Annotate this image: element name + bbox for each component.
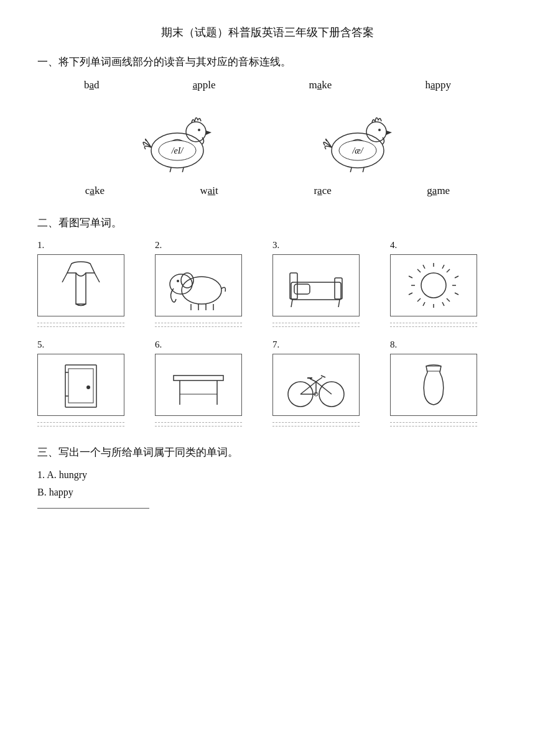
section1: 一、将下列单词画线部分的读音与其对应的音标连线。 bad apple make … [37,55,498,197]
image-box-1 [37,254,124,316]
item-num-6: 6. [155,339,263,350]
images-grid: 1. 2. [37,240,498,426]
word-apple: apple [193,79,216,91]
vase-svg [399,360,468,410]
dashed-line-5a [37,422,124,423]
word-bad: bad [84,79,100,91]
svg-line-16 [350,168,351,172]
image-item-2: 2. [155,240,263,327]
dashed-line-8b [390,426,477,426]
word-race: race [314,185,331,197]
item-num-7: 7. [272,339,380,350]
dashed-line-3a [272,323,360,323]
chicken-ae-svg: /æ/ [317,104,398,172]
image-item-5: 5. [37,339,145,426]
svg-point-40 [421,273,446,298]
image-box-5 [37,354,124,416]
svg-line-53 [409,293,412,295]
dashed-line-6a [155,422,242,423]
dashed-line-8a [390,422,477,423]
svg-rect-34 [291,282,341,300]
svg-line-52 [455,276,458,278]
bicycle-svg [282,360,350,410]
write-lines-7 [272,422,380,426]
table-svg [164,360,233,410]
answer-blank-line[interactable] [37,508,149,509]
svg-text:/eI/: /eI/ [171,146,184,155]
image-box-8 [390,354,477,416]
svg-line-55 [423,302,425,306]
dashed-line-2a [155,323,242,323]
svg-line-24 [62,273,67,282]
dashed-line-6b [155,426,242,426]
svg-text:/æ/: /æ/ [351,146,363,155]
svg-line-56 [442,302,444,306]
image-item-4: 4. [390,240,498,327]
svg-line-49 [423,265,425,269]
dress-svg [47,260,115,310]
word-wait: wait [200,185,218,197]
q1-word: hungry [59,469,87,480]
svg-line-54 [455,293,458,295]
dashed-line-7b [272,426,360,426]
dashed-line-2b [155,326,242,327]
section3-q1: 1. A. hungry [37,469,498,481]
item-num-2: 2. [155,240,263,251]
svg-line-4 [169,168,171,172]
svg-point-28 [177,280,179,282]
image-box-7 [272,354,360,416]
svg-rect-35 [294,284,310,294]
dashed-line-4a [390,323,477,323]
image-item-3: 3. [272,240,380,327]
svg-line-72 [316,377,322,382]
section3: 三、写出一个与所给单词属于同类的单词。 1. A. hungry B. happ… [37,445,498,509]
section2-title: 二、看图写单词。 [37,216,498,230]
write-lines-3 [272,323,380,327]
q1-sub: A. [47,469,57,480]
door-svg [47,360,115,410]
page-title: 期末（试题）科普版英语三年级下册含答案 [37,25,498,40]
elephant-svg [164,260,233,310]
svg-marker-2 [206,131,212,135]
svg-line-46 [447,269,450,272]
word-cake: cake [85,185,105,197]
svg-point-27 [170,274,192,294]
q1b-word: happy [49,487,73,497]
bed-svg [282,260,350,310]
svg-point-3 [198,129,200,131]
dashed-line-1a [37,323,124,323]
svg-line-38 [291,300,292,307]
image-box-3 [272,254,360,316]
section3-q1b: B. happy [37,487,498,498]
image-item-7: 7. [272,339,380,426]
svg-marker-14 [386,131,392,135]
item-num-3: 3. [272,240,380,251]
write-lines-6 [155,422,263,426]
sun-svg [399,260,468,310]
svg-line-69 [316,382,332,394]
svg-line-73 [321,376,325,377]
image-item-1: 1. [37,240,145,327]
svg-line-7 [182,168,184,172]
svg-line-48 [447,298,450,302]
section3-title: 三、写出一个与所给单词属于同类的单词。 [37,445,498,459]
svg-point-59 [86,385,90,389]
chicken-ei-svg: /eI/ [137,104,218,172]
write-lines-5 [37,422,145,426]
svg-point-26 [182,277,221,304]
svg-line-19 [362,168,364,172]
dashed-line-4b [390,326,477,327]
word-game: game [427,185,450,197]
svg-rect-58 [68,369,93,403]
word-happy: happy [425,79,451,91]
q1-num: 1. [37,469,45,480]
svg-rect-62 [174,376,223,380]
svg-rect-57 [65,365,96,407]
write-lines-8 [390,422,498,426]
image-box-6 [155,354,242,416]
svg-point-15 [378,129,381,131]
dashed-line-5b [37,426,124,426]
chickens-row: /eI/ /æ/ [37,104,498,172]
bottom-words-row: cake wait race game [37,185,498,197]
svg-line-51 [409,276,412,278]
